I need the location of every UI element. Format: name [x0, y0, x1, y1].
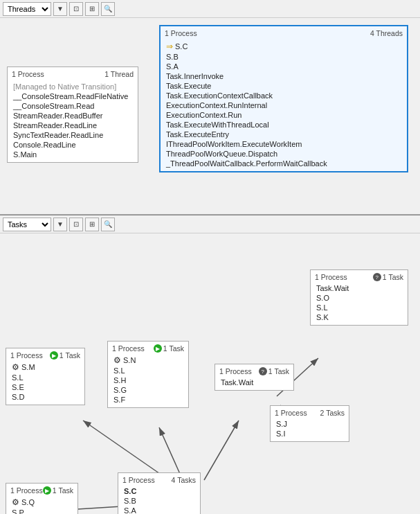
task-left-mid-row-3: S.D — [10, 392, 80, 402]
tasks-filter-button[interactable]: ▼ — [53, 218, 67, 231]
filter-button[interactable]: ▼ — [53, 2, 67, 16]
current-arrow-icon: ⇒ — [166, 42, 173, 51]
thread-card-left: 1 Process 1 Thread [Managed to Native Tr… — [7, 67, 138, 163]
tasks-select[interactable]: Tasks — [3, 218, 51, 231]
thread-right-row-4: Task.Execute — [165, 81, 403, 91]
task-center-left-row-4: S.F — [112, 395, 184, 405]
camera-icon: ⊡ — [73, 5, 79, 12]
task-center-right-process: 1 Process — [219, 367, 252, 375]
thread-row-4: StreamReader.ReadLine — [12, 121, 134, 130]
thread-card-right-threads: 4 Threads — [370, 29, 403, 37]
thread-right-row-8: Task.ExecuteWithThreadLocal — [165, 120, 403, 130]
task-left-bottom-green-icon: ▶ — [43, 486, 51, 495]
tasks-search-button[interactable]: 🔍 — [101, 218, 115, 231]
thread-right-row-6: ExecutionContext.RunInternal — [165, 100, 403, 110]
task-center-left-green-icon: ▶ — [154, 344, 162, 353]
task-left-bottom-process: 1 Process — [10, 486, 43, 495]
thread-right-row-2: S.A — [165, 62, 403, 71]
tasks-group-icon: ⊞ — [89, 220, 95, 228]
task-right-top-tasks: 1 Task — [383, 273, 403, 281]
task-card-right-mid-header: 1 Process 2 Tasks — [275, 409, 345, 417]
task-center-left-row-2: S.H — [112, 375, 184, 385]
task-right-top-row-3: S.L — [315, 303, 403, 312]
tasks-panel: Tasks ▼ ⊡ ⊞ 🔍 — [0, 215, 420, 514]
task-right-top-row-1: Task.Wait — [315, 283, 403, 293]
search-button[interactable]: 🔍 — [101, 2, 115, 16]
thread-row-current-label: S.C — [175, 42, 188, 51]
task-right-top-row-2: S.O — [315, 293, 403, 303]
thread-card-right: 1 Process 4 Threads ⇒ S.C S.B S.A Task.I… — [159, 25, 408, 172]
thread-right-row-3: Task.InnerInvoke — [165, 71, 403, 81]
task-center-left-row-current: ⚙ S.N — [112, 355, 184, 366]
thread-row-6: Console.ReadLine — [12, 140, 134, 150]
task-card-center-bottom: 1 Process 4 Tasks S.C S.B S.A — [118, 472, 201, 514]
thread-right-row-11: ThreadPoolWorkQueue.Dispatch — [165, 149, 403, 159]
thread-row-7: S.Main — [12, 150, 134, 159]
task-card-center-right-header: 1 Process ? 1 Task — [219, 367, 289, 375]
tasks-camera-icon: ⊡ — [73, 220, 79, 228]
task-left-mid-row-1: S.L — [10, 373, 80, 382]
task-card-left-bottom-header: 1 Process ▶ 1 Task — [10, 486, 73, 495]
task-center-right-task-count: ? 1 Task — [259, 367, 289, 375]
task-center-left-row-3: S.G — [112, 385, 184, 395]
task-card-center-left-header: 1 Process ▶ 1 Task — [112, 344, 184, 353]
task-center-left-threads-icon: ⚙ — [113, 355, 121, 365]
task-card-left-bottom: 1 Process ▶ 1 Task ⚙ S.Q S.P — [6, 483, 78, 514]
threads-cards-area: 1 Process 1 Thread [Managed to Native Tr… — [0, 18, 420, 214]
task-right-top-process: 1 Process — [315, 273, 347, 281]
thread-right-row-12: _ThreadPoolWaitCallback.PerformWaitCallb… — [165, 159, 403, 168]
task-center-bottom-process: 1 Process — [122, 476, 155, 484]
threads-select[interactable]: Threads — [3, 2, 51, 16]
tasks-cards-area: 1 Process ▶ 1 Task ⚙ S.M S.L S.E S.D 1 P… — [0, 233, 420, 514]
search-icon: 🔍 — [104, 5, 112, 12]
thread-row-1: __ConsoleStream.ReadFileNative — [12, 91, 134, 101]
group-button[interactable]: ⊞ — [85, 2, 99, 16]
task-center-bottom-sc: S.C — [122, 486, 196, 496]
task-card-center-right: 1 Process ? 1 Task Task.Wait — [214, 364, 294, 391]
thread-row-0: [Managed to Native Transition] — [12, 82, 134, 91]
task-left-mid-row-2: S.E — [10, 382, 80, 392]
task-center-right-tasks: 1 Task — [268, 367, 289, 375]
thread-row-3: StreamReader.ReadBuffer — [12, 111, 134, 121]
task-left-bottom-task-count: ▶ 1 Task — [43, 486, 73, 495]
task-right-top-task-count: ? 1 Task — [373, 273, 403, 281]
task-center-right-question-icon: ? — [259, 367, 267, 375]
task-right-top-question-icon: ? — [373, 273, 381, 281]
filter-icon: ▼ — [57, 5, 64, 12]
task-left-mid-process: 1 Process — [10, 351, 43, 360]
camera-button[interactable]: ⊡ — [69, 2, 83, 16]
task-center-left-sn: S.N — [123, 356, 136, 364]
thread-card-right-header: 1 Process 4 Threads — [165, 29, 403, 39]
task-left-bottom-threads-icon: ⚙ — [12, 497, 19, 507]
task-right-mid-row-2: S.I — [275, 429, 345, 438]
task-center-left-row-1: S.L — [112, 366, 184, 375]
thread-card-right-process: 1 Process — [165, 29, 197, 37]
threads-toolbar: Threads ▼ ⊡ ⊞ 🔍 — [0, 0, 420, 18]
task-card-left-mid: 1 Process ▶ 1 Task ⚙ S.M S.L S.E S.D — [6, 348, 85, 405]
task-card-center-left: 1 Process ▶ 1 Task ⚙ S.N S.L S.H S.G S.F — [107, 341, 189, 408]
thread-right-row-1: S.B — [165, 52, 403, 62]
group-icon: ⊞ — [89, 5, 95, 12]
task-left-mid-row-current: ⚙ S.M — [10, 362, 80, 373]
task-card-left-mid-header: 1 Process ▶ 1 Task — [10, 351, 80, 360]
task-left-bottom-row-current: ⚙ S.Q — [10, 497, 73, 508]
thread-card-left-header: 1 Process 1 Thread — [12, 70, 134, 80]
thread-row-current: ⇒ S.C — [165, 41, 403, 52]
task-right-top-row-4: S.K — [315, 312, 403, 322]
tasks-camera-button[interactable]: ⊡ — [69, 218, 83, 231]
thread-row-5: SyncTextReader.ReadLine — [12, 130, 134, 140]
task-center-bottom-sb: S.B — [122, 496, 196, 506]
task-left-bottom-sq: S.Q — [21, 498, 35, 506]
task-left-bottom-row-1: S.P — [10, 508, 73, 514]
task-card-right-top-header: 1 Process ? 1 Task — [315, 273, 403, 281]
thread-row-2: __ConsoleStream.Read — [12, 101, 134, 111]
task-center-left-tasks: 1 Task — [163, 344, 184, 353]
thread-right-row-10: IThreadPoolWorkItem.ExecuteWorkItem — [165, 139, 403, 149]
tasks-group-button[interactable]: ⊞ — [85, 218, 99, 231]
task-card-right-top: 1 Process ? 1 Task Task.Wait S.O S.L S.K — [310, 269, 408, 326]
task-center-bottom-sa: S.A — [122, 506, 196, 514]
task-center-bottom-tasks: 4 Tasks — [172, 476, 196, 484]
thread-right-row-9: Task.ExecuteEntry — [165, 130, 403, 139]
tasks-search-icon: 🔍 — [104, 220, 112, 228]
task-center-left-process: 1 Process — [112, 344, 145, 353]
